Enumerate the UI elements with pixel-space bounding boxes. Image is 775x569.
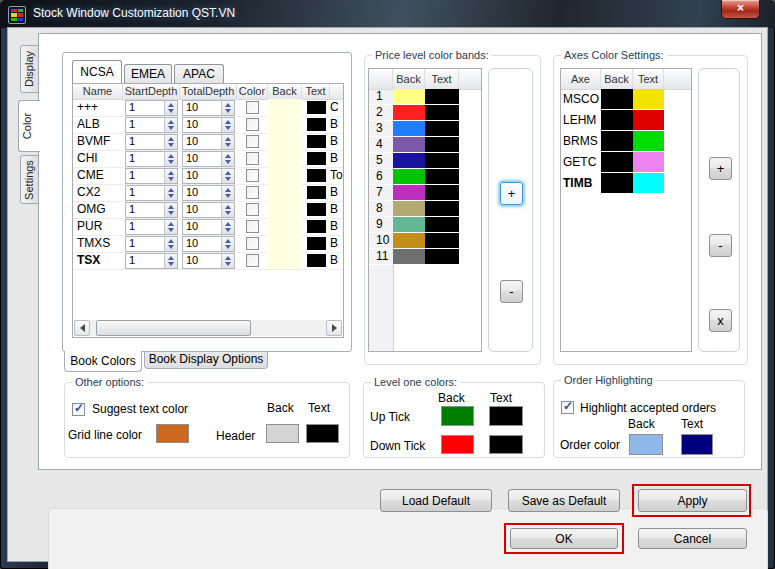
startdepth-spinner[interactable]: 1 [125,253,178,269]
totaldepth-spinner[interactable]: 10 [182,151,235,167]
back-color-cell[interactable] [268,167,302,184]
col-header-text[interactable]: Text [633,69,664,89]
band-text-swatch[interactable] [425,137,459,153]
axes-add-button[interactable]: + [709,157,732,180]
startdepth-spinner[interactable]: 1 [125,151,178,167]
tab-display[interactable]: Display [20,45,39,93]
spinner-arrows-icon[interactable] [221,152,234,166]
axes-delete-button[interactable]: x [709,309,732,332]
text-color-cell[interactable] [302,99,330,116]
band-back-swatch[interactable] [393,121,425,137]
tab-book-display-options[interactable]: Book Display Options [144,351,268,369]
tab-ncsa[interactable]: NCSA [72,60,122,83]
spinner-arrows-icon[interactable] [221,135,234,149]
color-checkbox[interactable] [246,118,259,131]
axe-text-swatch[interactable] [633,89,664,110]
totaldepth-spinner[interactable]: 10 [182,117,235,133]
text-color-cell[interactable] [302,201,330,218]
back-color-cell[interactable] [268,235,302,252]
tab-settings[interactable]: Settings [20,155,39,204]
text-color-cell[interactable] [302,252,330,269]
scrollbar-thumb[interactable] [96,320,251,336]
tab-color[interactable]: Color [18,100,40,152]
spinner-arrows-icon[interactable] [164,186,177,200]
spinner-arrows-icon[interactable] [164,237,177,251]
color-checkbox[interactable] [246,135,259,148]
color-checkbox[interactable] [246,169,259,182]
back-color-cell[interactable] [268,252,302,269]
band-back-swatch[interactable] [393,89,425,105]
totaldepth-spinner[interactable]: 10 [182,100,235,116]
col-header-color[interactable]: Color [237,84,268,99]
price-band-remove-button[interactable]: - [500,280,523,303]
spinner-arrows-icon[interactable] [221,101,234,115]
startdepth-spinner[interactable]: 1 [125,236,178,252]
startdepth-spinner[interactable]: 1 [125,134,178,150]
axe-back-swatch[interactable] [601,173,633,194]
col-header-text[interactable]: Text [425,69,459,89]
order-text-swatch[interactable] [681,434,713,455]
color-checkbox[interactable] [246,152,259,165]
save-as-default-button[interactable]: Save as Default [508,489,620,512]
startdepth-spinner[interactable]: 1 [125,168,178,184]
spinner-arrows-icon[interactable] [164,135,177,149]
up-tick-back-swatch[interactable] [441,406,474,426]
color-checkbox[interactable] [246,254,259,267]
back-color-cell[interactable] [268,133,302,150]
down-tick-back-swatch[interactable] [441,435,474,454]
spinner-arrows-icon[interactable] [221,118,234,132]
band-text-swatch[interactable] [425,217,459,233]
color-checkbox[interactable] [246,220,259,233]
text-color-cell[interactable] [302,235,330,252]
band-text-swatch[interactable] [425,89,459,105]
col-header-back[interactable]: Back [393,69,425,89]
close-button[interactable]: × [721,0,760,19]
spinner-arrows-icon[interactable] [164,169,177,183]
totaldepth-spinner[interactable]: 10 [182,168,235,184]
spinner-arrows-icon[interactable] [221,254,234,268]
text-color-cell[interactable] [302,184,330,201]
axe-back-swatch[interactable] [601,152,633,173]
totaldepth-spinner[interactable]: 10 [182,236,235,252]
axe-back-swatch[interactable] [601,131,633,152]
spinner-arrows-icon[interactable] [164,220,177,234]
totaldepth-spinner[interactable]: 10 [182,219,235,235]
band-text-swatch[interactable] [425,185,459,201]
band-back-swatch[interactable] [393,185,425,201]
band-text-swatch[interactable] [425,249,459,265]
band-back-swatch[interactable] [393,153,425,169]
band-back-swatch[interactable] [393,201,425,217]
startdepth-spinner[interactable]: 1 [125,185,178,201]
spinner-arrows-icon[interactable] [164,203,177,217]
up-tick-text-swatch[interactable] [489,406,523,426]
grid-line-color-swatch[interactable] [156,424,189,443]
axe-text-swatch[interactable] [633,152,664,173]
col-header-text[interactable]: Text [302,84,330,99]
back-color-cell[interactable] [268,116,302,133]
spinner-arrows-icon[interactable] [164,118,177,132]
col-header-startdepth[interactable]: StartDepth [123,84,180,99]
startdepth-spinner[interactable]: 1 [125,219,178,235]
startdepth-spinner[interactable]: 1 [125,202,178,218]
band-back-swatch[interactable] [393,137,425,153]
band-text-swatch[interactable] [425,153,459,169]
scroll-left-button[interactable] [74,320,90,336]
header-back-swatch[interactable] [266,424,299,443]
startdepth-spinner[interactable]: 1 [125,100,178,116]
tab-book-colors[interactable]: Book Colors [64,351,142,372]
band-text-swatch[interactable] [425,233,459,249]
color-checkbox[interactable] [246,237,259,250]
axe-back-swatch[interactable] [601,89,633,110]
tab-apac[interactable]: APAC [174,64,224,83]
axe-text-swatch[interactable] [633,131,664,152]
totaldepth-spinner[interactable]: 10 [182,253,235,269]
band-back-swatch[interactable] [393,169,425,185]
text-color-cell[interactable] [302,116,330,133]
band-text-swatch[interactable] [425,105,459,121]
band-back-swatch[interactable] [393,217,425,233]
totaldepth-spinner[interactable]: 10 [182,134,235,150]
text-color-cell[interactable] [302,218,330,235]
tab-emea[interactable]: EMEA [124,64,172,83]
title-bar[interactable]: Stock Window Customization QST.VN × [0,0,775,28]
back-color-cell[interactable] [268,184,302,201]
